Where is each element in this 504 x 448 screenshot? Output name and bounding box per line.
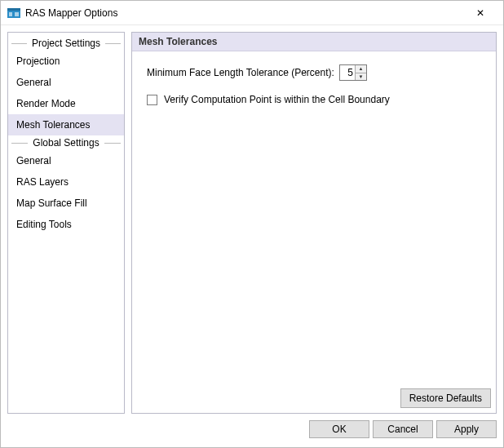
window-title: RAS Mapper Options bbox=[25, 7, 464, 19]
svg-rect-1 bbox=[7, 8, 20, 11]
sidebar: Project Settings Projection General Rend… bbox=[7, 32, 125, 414]
sidebar-item-map-surface-fill[interactable]: Map Surface Fill bbox=[8, 193, 124, 214]
min-face-input[interactable] bbox=[340, 65, 355, 80]
sidebar-section-global-label: Global Settings bbox=[28, 137, 104, 149]
verify-checkbox[interactable] bbox=[147, 95, 157, 105]
restore-defaults-button[interactable]: Restore Defaults bbox=[400, 388, 491, 408]
main-panel: Mesh Tolerances Minimum Face Length Tole… bbox=[131, 32, 497, 414]
min-face-row: Minimum Face Length Tolerance (Percent):… bbox=[147, 64, 481, 81]
sidebar-section-project-label: Project Settings bbox=[27, 38, 105, 49]
sidebar-section-global: Global Settings bbox=[8, 135, 124, 150]
sidebar-item-render-mode[interactable]: Render Mode bbox=[8, 93, 124, 114]
close-button[interactable]: ✕ bbox=[464, 2, 497, 24]
cancel-button[interactable]: Cancel bbox=[373, 420, 433, 438]
min-face-spinner[interactable]: ▲ ▼ bbox=[339, 64, 367, 81]
app-icon bbox=[7, 7, 20, 20]
content-area: Project Settings Projection General Rend… bbox=[1, 25, 503, 417]
sidebar-item-general-project[interactable]: General bbox=[8, 72, 124, 93]
title-bar: RAS Mapper Options ✕ bbox=[1, 1, 503, 25]
sidebar-item-general-global[interactable]: General bbox=[8, 150, 124, 171]
min-face-label: Minimum Face Length Tolerance (Percent): bbox=[147, 67, 334, 78]
spinner-up-button[interactable]: ▲ bbox=[356, 65, 366, 73]
svg-rect-3 bbox=[15, 12, 19, 16]
verify-label: Verify Computation Point is within the C… bbox=[164, 94, 390, 105]
sidebar-item-editing-tools[interactable]: Editing Tools bbox=[8, 214, 124, 235]
verify-row[interactable]: Verify Computation Point is within the C… bbox=[147, 94, 481, 105]
svg-rect-2 bbox=[9, 12, 12, 16]
sidebar-item-projection[interactable]: Projection bbox=[8, 51, 124, 72]
panel-body: Minimum Face Length Tolerance (Percent):… bbox=[132, 51, 496, 413]
spinner-down-button[interactable]: ▼ bbox=[356, 73, 366, 81]
sidebar-section-project: Project Settings bbox=[8, 36, 124, 51]
close-icon: ✕ bbox=[476, 7, 484, 19]
sidebar-item-ras-layers[interactable]: RAS Layers bbox=[8, 171, 124, 193]
apply-button[interactable]: Apply bbox=[436, 420, 497, 438]
ok-button[interactable]: OK bbox=[309, 420, 369, 438]
sidebar-item-mesh-tolerances[interactable]: Mesh Tolerances bbox=[8, 114, 124, 135]
footer: OK Cancel Apply bbox=[1, 417, 503, 441]
panel-header: Mesh Tolerances bbox=[132, 33, 496, 51]
